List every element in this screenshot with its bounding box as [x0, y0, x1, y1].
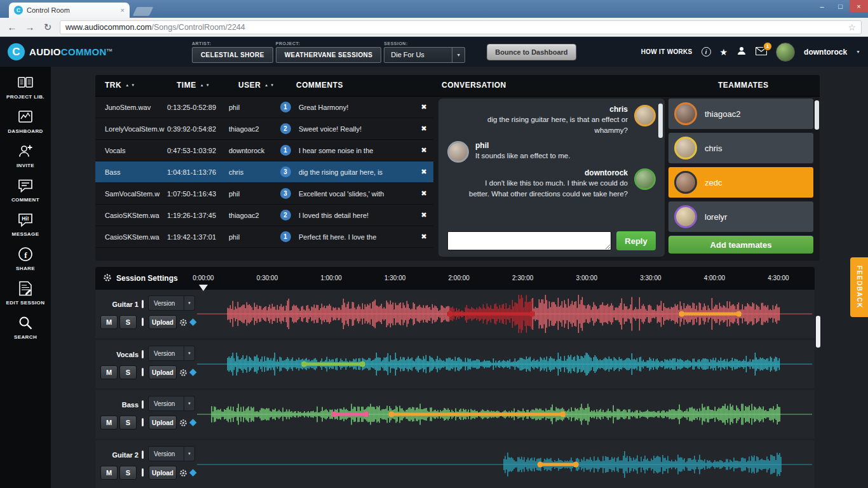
- sort-control[interactable]: ▲▼: [125, 83, 135, 87]
- chevron-down-icon[interactable]: ▼: [856, 50, 860, 54]
- minimize-button[interactable]: –: [813, 0, 831, 12]
- close-button[interactable]: ×: [850, 0, 868, 12]
- track-fader[interactable]: [142, 350, 144, 358]
- sidebar-item-project-lib[interactable]: PROJECT LIB.: [6, 74, 44, 100]
- delete-comment-icon[interactable]: ✖: [414, 189, 433, 198]
- feedback-tab[interactable]: FEEDBACK: [850, 257, 868, 317]
- artist-button[interactable]: CELESTIAL SHORE: [192, 47, 273, 63]
- waveform-area[interactable]: [197, 390, 812, 438]
- version-dropdown[interactable]: Version ▼: [148, 446, 195, 461]
- add-teammates-button[interactable]: Add teammates: [668, 236, 813, 254]
- session-settings-label[interactable]: Session Settings: [116, 274, 178, 283]
- marker-diamond-icon[interactable]: ◆: [189, 366, 197, 377]
- how-it-works-link[interactable]: HOW IT WORKS: [641, 48, 693, 55]
- project-button[interactable]: WEATHERVANE SESSIONS: [276, 47, 382, 63]
- comment-row[interactable]: LorelyVocalStem.w 0:39:92-0:54:82 thiago…: [95, 118, 433, 140]
- track-fader[interactable]: [142, 400, 144, 409]
- solo-button[interactable]: S: [119, 315, 137, 329]
- session-settings-gear-icon[interactable]: [103, 273, 112, 285]
- waveform-area[interactable]: [197, 290, 812, 338]
- teammate-lorelyr[interactable]: lorelyr: [668, 201, 813, 232]
- track-fader[interactable]: [142, 468, 144, 477]
- mute-button[interactable]: M: [100, 416, 118, 430]
- maximize-button[interactable]: □: [831, 0, 850, 12]
- playhead-marker[interactable]: [199, 285, 208, 291]
- forward-icon[interactable]: →: [24, 22, 36, 32]
- favorite-star-icon[interactable]: ★: [720, 47, 728, 57]
- upload-button[interactable]: Upload: [149, 315, 177, 329]
- sidebar-item-search[interactable]: SEARCH: [14, 315, 37, 340]
- sidebar-item-comment[interactable]: COMMENT: [11, 177, 39, 203]
- mute-button[interactable]: M: [100, 365, 118, 379]
- audiocommon-logo[interactable]: C AUDIOCOMMONTM: [8, 43, 119, 60]
- mute-button[interactable]: M: [100, 466, 118, 480]
- upload-button[interactable]: Upload: [149, 365, 177, 379]
- delete-comment-icon[interactable]: ✖: [414, 125, 433, 133]
- track-fader[interactable]: [142, 451, 144, 459]
- sidebar-item-dashboard[interactable]: DASHBOARD: [8, 109, 43, 134]
- track-fader[interactable]: [142, 318, 144, 326]
- delete-comment-icon[interactable]: ✖: [414, 211, 433, 219]
- upload-button[interactable]: Upload: [149, 466, 177, 480]
- delete-comment-icon[interactable]: ✖: [414, 146, 433, 154]
- new-tab-button[interactable]: [133, 7, 154, 16]
- delete-comment-icon[interactable]: ✖: [414, 233, 433, 241]
- comments-header: COMMENTS: [296, 81, 343, 90]
- sort-control[interactable]: ▲▼: [264, 83, 274, 87]
- marker-diamond-icon[interactable]: ◆: [189, 316, 197, 327]
- delete-comment-icon[interactable]: ✖: [414, 103, 433, 111]
- user-avatar[interactable]: [776, 43, 795, 62]
- tracks-scrollbar[interactable]: [816, 316, 820, 348]
- conversation-scrollbar[interactable]: [658, 104, 663, 138]
- username[interactable]: downtorock: [804, 48, 847, 57]
- comment-row[interactable]: Vocals 0:47:53-1:03:92 downtorock 1 I he…: [95, 140, 433, 161]
- version-dropdown[interactable]: Version ▼: [148, 396, 195, 411]
- track-fader[interactable]: [142, 300, 144, 308]
- track-settings-gear-icon[interactable]: [179, 318, 187, 329]
- teammate-thiagoac2[interactable]: thiagoac2: [668, 98, 813, 129]
- comment-row[interactable]: Bass 1:04:81-1:13:76 chris 3 dig the ris…: [95, 161, 433, 183]
- upload-button[interactable]: Upload: [149, 416, 177, 430]
- browser-tab[interactable]: C Control Room ×: [9, 3, 130, 18]
- comment-row[interactable]: CasioSKStem.wa 1:19:42-1:37:01 phil 1 Pe…: [95, 226, 433, 248]
- waveform-area[interactable]: [197, 340, 812, 388]
- url-bar[interactable]: www.audiocommon.com /Songs/ControlRoom/2…: [60, 20, 862, 34]
- sidebar-item-message[interactable]: Hi! MESSAGE: [12, 212, 39, 237]
- teammate-zedc[interactable]: zedc: [668, 167, 813, 198]
- teammate-chris[interactable]: chris: [668, 133, 813, 163]
- mute-button[interactable]: M: [100, 315, 118, 329]
- comment-row[interactable]: SamVocalStem.w 1:07:50-1:16:43 phil 3 Ex…: [95, 183, 433, 205]
- profile-icon[interactable]: [736, 46, 747, 58]
- solo-button[interactable]: S: [119, 365, 137, 379]
- refresh-icon[interactable]: ↻: [42, 22, 53, 33]
- delete-comment-icon[interactable]: ✖: [414, 168, 433, 176]
- sidebar-item-invite[interactable]: INVITE: [17, 143, 34, 168]
- reply-button[interactable]: Reply: [616, 231, 656, 250]
- back-icon[interactable]: ←: [6, 22, 18, 32]
- session-dropdown[interactable]: Die For Us ▼: [384, 47, 465, 63]
- track-settings-gear-icon[interactable]: [179, 368, 187, 379]
- version-dropdown[interactable]: Version ▼: [148, 295, 195, 311]
- reply-input[interactable]: [447, 231, 611, 250]
- marker-diamond-icon[interactable]: ◆: [189, 416, 197, 428]
- solo-button[interactable]: S: [119, 466, 137, 480]
- comment-row[interactable]: CasioSKStem.wa 1:19:26-1:37:45 thiagoac2…: [95, 205, 433, 226]
- tab-close-icon[interactable]: ×: [121, 6, 125, 14]
- sidebar-item-share[interactable]: f SHARE: [16, 246, 35, 271]
- teammates-scrollbar[interactable]: [815, 100, 819, 130]
- track-settings-gear-icon[interactable]: [179, 468, 187, 480]
- info-icon[interactable]: i: [702, 47, 711, 57]
- sort-control[interactable]: ▲▼: [200, 83, 210, 87]
- marker-diamond-icon[interactable]: ◆: [189, 466, 197, 478]
- waveform-area[interactable]: [197, 440, 812, 488]
- track-settings-gear-icon[interactable]: [179, 418, 187, 430]
- bookmark-star-icon[interactable]: ☆: [848, 22, 856, 32]
- version-dropdown[interactable]: Version ▼: [148, 346, 195, 361]
- sidebar-item-edit-session[interactable]: EDIT SESSION: [6, 280, 45, 306]
- messages-envelope-icon[interactable]: 1: [756, 46, 767, 58]
- track-fader[interactable]: [142, 368, 144, 376]
- solo-button[interactable]: S: [119, 416, 137, 430]
- bounce-to-dashboard-button[interactable]: Bounce to Dashboard: [487, 44, 576, 60]
- track-fader[interactable]: [142, 418, 144, 426]
- comment-row[interactable]: JunoStem.wav 0:13:25-0:52:89 phil 1 Grea…: [95, 97, 433, 118]
